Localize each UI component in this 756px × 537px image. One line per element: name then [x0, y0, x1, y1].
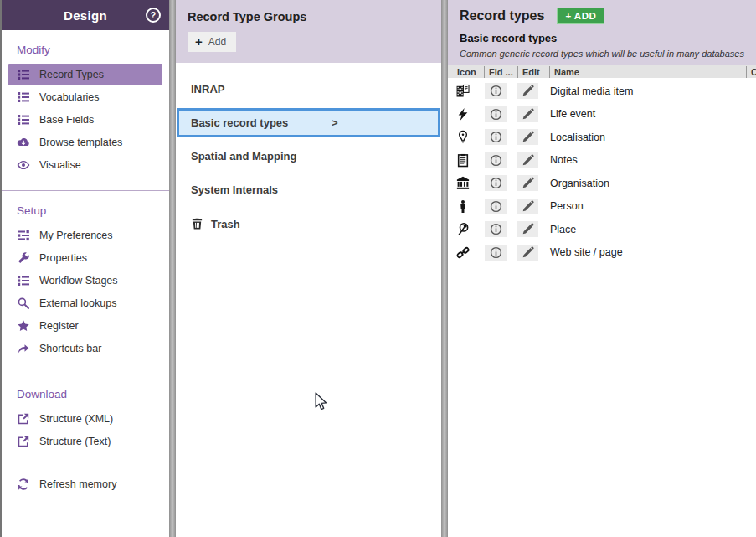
- share-arrow-icon: [17, 342, 30, 355]
- groups-header: Record Type Groups + Add: [176, 0, 441, 63]
- edit-button[interactable]: [517, 83, 538, 99]
- record-type-row-digital-media-item[interactable]: Digital media item: [448, 80, 756, 103]
- record-type-row-life-event[interactable]: Life event: [448, 103, 756, 127]
- info-icon: [490, 223, 502, 235]
- record-type-row-web-site-page[interactable]: Web site / page: [448, 241, 756, 265]
- sidebar-item-workflow-stages[interactable]: Workflow Stages: [8, 270, 162, 292]
- panel-splitter-right[interactable]: [441, 0, 448, 537]
- pencil-icon: [522, 154, 534, 167]
- edit-button[interactable]: [517, 221, 538, 237]
- sidebar-item-label: Structure (XML): [39, 413, 113, 425]
- types-header: Record types + ADD Basic record types Co…: [448, 0, 756, 65]
- panel-splitter-left[interactable]: [169, 0, 176, 537]
- sidebar-item-external-lookups[interactable]: External lookups: [8, 292, 162, 314]
- sidebar-item-label: Browse templates: [39, 137, 122, 148]
- info-button[interactable]: [485, 199, 507, 214]
- info-icon: [490, 246, 502, 259]
- help-icon[interactable]: ?: [146, 8, 161, 23]
- eye-icon: [17, 158, 30, 172]
- star-icon: [17, 319, 30, 333]
- info-icon: [490, 154, 502, 167]
- sidebar-item-record-types[interactable]: Record Types: [8, 64, 162, 85]
- sliders-icon: [17, 229, 30, 242]
- record-type-row-notes[interactable]: Notes: [448, 149, 756, 173]
- add-group-button[interactable]: + Add: [188, 32, 236, 52]
- map-pin-icon: [453, 130, 473, 144]
- record-type-row-place[interactable]: Place: [448, 218, 756, 241]
- info-button[interactable]: [485, 175, 507, 191]
- sidebar-item-label: Visualise: [39, 159, 81, 171]
- list-icon: [17, 113, 30, 127]
- edit-button[interactable]: [517, 175, 538, 191]
- record-type-row-organisation[interactable]: Organisation: [448, 172, 756, 195]
- link-icon: [453, 245, 473, 260]
- sidebar-item-label: Vocabularies: [39, 91, 100, 103]
- group-item-basic-record-types[interactable]: Basic record types >: [177, 108, 440, 137]
- record-types-table-header: Icon Fld ... Edit Name C: [448, 65, 756, 78]
- sidebar-item-vocabularies[interactable]: Vocabularies: [8, 86, 162, 108]
- info-icon: [490, 131, 502, 143]
- types-panel-title: Record types: [460, 8, 544, 23]
- film-icon: [453, 84, 473, 98]
- record-type-name: Localisation: [550, 132, 605, 143]
- column-header-name: Name: [550, 66, 746, 78]
- sidebar-item-refresh-memory[interactable]: Refresh memory: [8, 473, 162, 495]
- sidebar-section-footer: Refresh memory: [2, 467, 169, 504]
- edit-button[interactable]: [517, 106, 538, 122]
- sidebar-item-visualise[interactable]: Visualise: [8, 154, 162, 176]
- sidebar-item-shortcuts-bar[interactable]: Shortcuts bar: [8, 338, 162, 359]
- pencil-icon: [522, 246, 534, 259]
- sidebar-section-setup: Setup My Preferences Properties: [2, 191, 169, 369]
- sidebar-item-register[interactable]: Register: [8, 315, 162, 337]
- group-item-trash[interactable]: Trash: [177, 209, 440, 239]
- sidebar-item-label: Register: [39, 320, 79, 332]
- bank-icon: [453, 176, 473, 190]
- record-type-name: Web site / page: [550, 246, 623, 258]
- record-type-row-person[interactable]: Person: [448, 195, 756, 219]
- info-button[interactable]: [485, 129, 507, 145]
- sidebar-item-label: External lookups: [39, 297, 116, 309]
- sidebar-item-label: Base Fields: [39, 114, 94, 126]
- info-button[interactable]: [485, 245, 507, 261]
- sidebar-item-my-preferences[interactable]: My Preferences: [8, 225, 162, 246]
- edit-button[interactable]: [517, 245, 538, 261]
- cloud-download-icon: [17, 136, 30, 149]
- group-item-label: Basic record types: [191, 116, 288, 129]
- edit-button[interactable]: [517, 129, 538, 145]
- edit-button[interactable]: [517, 152, 538, 168]
- info-icon: [490, 200, 502, 213]
- external-link-icon: [17, 435, 30, 448]
- info-button[interactable]: [485, 152, 507, 168]
- external-link-icon: [17, 412, 30, 426]
- pencil-icon: [522, 108, 534, 121]
- notes-icon: [453, 153, 473, 168]
- info-button[interactable]: [485, 221, 507, 237]
- info-button[interactable]: [485, 83, 507, 99]
- group-item-inrap[interactable]: INRAP: [177, 75, 440, 104]
- record-type-row-localisation[interactable]: Localisation: [448, 126, 756, 149]
- record-type-name: Place: [550, 224, 576, 235]
- sidebar-item-properties[interactable]: Properties: [8, 247, 162, 269]
- record-type-rows: Digital media item Life event Localisati…: [448, 78, 756, 264]
- sidebar-item-base-fields[interactable]: Base Fields: [8, 109, 162, 131]
- sidebar-item-browse-templates[interactable]: Browse templates: [8, 132, 162, 153]
- info-button[interactable]: [485, 106, 507, 122]
- info-icon: [490, 108, 502, 121]
- group-item-label: Trash: [211, 218, 240, 230]
- groups-panel-title: Record Type Groups: [188, 10, 429, 23]
- column-header-edit: Edit: [518, 66, 550, 78]
- edit-button[interactable]: [517, 199, 538, 214]
- add-record-type-button[interactable]: + ADD: [557, 8, 604, 24]
- plus-icon: +: [195, 38, 203, 46]
- record-types-panel: Record types + ADD Basic record types Co…: [448, 0, 756, 537]
- sidebar: Design ? Modify Record Types Vocabularie…: [2, 0, 169, 537]
- sidebar-item-label: Record Types: [39, 69, 104, 80]
- types-description: Common generic record types which will b…: [460, 49, 744, 59]
- group-item-system-internals[interactable]: System Internals: [177, 175, 440, 204]
- sidebar-item-structure-xml[interactable]: Structure (XML): [8, 408, 162, 430]
- group-item-spatial-and-mapping[interactable]: Spatial and Mapping: [177, 142, 440, 171]
- section-heading-setup: Setup: [2, 196, 169, 224]
- sidebar-item-structure-text[interactable]: Structure (Text): [8, 431, 162, 452]
- record-type-groups-panel: Record Type Groups + Add INRAP Basic rec…: [176, 0, 441, 537]
- sidebar-modify-list: Record Types Vocabularies Base Fields: [2, 64, 169, 176]
